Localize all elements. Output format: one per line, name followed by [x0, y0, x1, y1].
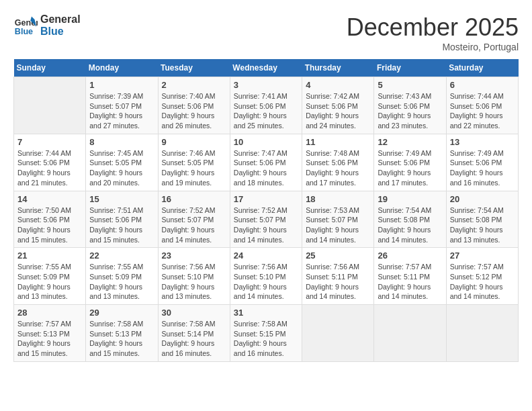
- calendar-cell: 12Sunrise: 7:49 AMSunset: 5:06 PMDayligh…: [374, 134, 446, 191]
- day-number: 11: [306, 137, 370, 147]
- weekday-header-row: SundayMondayTuesdayWednesdayThursdayFrid…: [14, 59, 519, 77]
- calendar-week-row: 28Sunrise: 7:57 AMSunset: 5:13 PMDayligh…: [14, 305, 519, 362]
- calendar-cell: 30Sunrise: 7:58 AMSunset: 5:14 PMDayligh…: [158, 305, 230, 362]
- day-number: 4: [306, 80, 370, 90]
- day-number: 28: [17, 308, 82, 318]
- day-info: Sunrise: 7:52 AMSunset: 5:07 PMDaylight:…: [234, 205, 298, 245]
- day-number: 16: [162, 194, 226, 204]
- weekday-header-cell: Thursday: [302, 59, 374, 77]
- day-number: 14: [17, 194, 82, 204]
- location-subtitle: Mosteiro, Portugal: [347, 42, 519, 52]
- day-info: Sunrise: 7:54 AMSunset: 5:08 PMDaylight:…: [378, 205, 442, 245]
- day-info: Sunrise: 7:55 AMSunset: 5:09 PMDaylight:…: [89, 262, 154, 302]
- svg-text:Blue: Blue: [15, 27, 33, 36]
- calendar-cell: [446, 305, 518, 362]
- day-info: Sunrise: 7:44 AMSunset: 5:06 PMDaylight:…: [450, 91, 515, 131]
- day-info: Sunrise: 7:39 AMSunset: 5:07 PMDaylight:…: [89, 91, 154, 131]
- calendar-cell: 20Sunrise: 7:54 AMSunset: 5:08 PMDayligh…: [446, 191, 518, 248]
- calendar-cell: 25Sunrise: 7:56 AMSunset: 5:11 PMDayligh…: [302, 248, 374, 305]
- calendar-cell: 9Sunrise: 7:46 AMSunset: 5:05 PMDaylight…: [158, 134, 230, 191]
- day-info: Sunrise: 7:53 AMSunset: 5:07 PMDaylight:…: [306, 205, 370, 245]
- calendar-cell: 13Sunrise: 7:49 AMSunset: 5:06 PMDayligh…: [446, 134, 518, 191]
- day-info: Sunrise: 7:48 AMSunset: 5:06 PMDaylight:…: [306, 148, 370, 188]
- day-info: Sunrise: 7:57 AMSunset: 5:13 PMDaylight:…: [17, 319, 82, 359]
- day-number: 5: [378, 80, 442, 90]
- day-number: 7: [17, 137, 82, 147]
- day-number: 15: [89, 194, 154, 204]
- calendar-cell: 1Sunrise: 7:39 AMSunset: 5:07 PMDaylight…: [86, 77, 158, 134]
- weekday-header-cell: Wednesday: [230, 59, 302, 77]
- day-number: 8: [89, 137, 154, 147]
- day-info: Sunrise: 7:56 AMSunset: 5:10 PMDaylight:…: [234, 262, 298, 302]
- day-info: Sunrise: 7:44 AMSunset: 5:06 PMDaylight:…: [17, 148, 82, 188]
- day-number: 23: [162, 250, 226, 261]
- day-info: Sunrise: 7:58 AMSunset: 5:15 PMDaylight:…: [234, 319, 298, 359]
- day-number: 10: [234, 137, 298, 147]
- logo-general: General: [40, 13, 81, 26]
- day-info: Sunrise: 7:55 AMSunset: 5:09 PMDaylight:…: [17, 262, 82, 302]
- day-info: Sunrise: 7:58 AMSunset: 5:13 PMDaylight:…: [89, 319, 154, 359]
- calendar-cell: 2Sunrise: 7:40 AMSunset: 5:06 PMDaylight…: [158, 77, 230, 134]
- day-number: 18: [306, 194, 370, 204]
- calendar-cell: 19Sunrise: 7:54 AMSunset: 5:08 PMDayligh…: [374, 191, 446, 248]
- calendar-cell: 14Sunrise: 7:50 AMSunset: 5:06 PMDayligh…: [14, 191, 86, 248]
- title-block: December 2025 Mosteiro, Portugal: [347, 13, 519, 52]
- calendar-cell: 4Sunrise: 7:42 AMSunset: 5:06 PMDaylight…: [302, 77, 374, 134]
- calendar-week-row: 7Sunrise: 7:44 AMSunset: 5:06 PMDaylight…: [14, 134, 519, 191]
- day-info: Sunrise: 7:54 AMSunset: 5:08 PMDaylight:…: [450, 205, 515, 245]
- day-info: Sunrise: 7:41 AMSunset: 5:06 PMDaylight:…: [234, 91, 298, 131]
- calendar-cell: 7Sunrise: 7:44 AMSunset: 5:06 PMDaylight…: [14, 134, 86, 191]
- day-number: 12: [378, 137, 442, 147]
- calendar-cell: 28Sunrise: 7:57 AMSunset: 5:13 PMDayligh…: [14, 305, 86, 362]
- calendar-cell: 27Sunrise: 7:57 AMSunset: 5:12 PMDayligh…: [446, 248, 518, 305]
- calendar-cell: 23Sunrise: 7:56 AMSunset: 5:10 PMDayligh…: [158, 248, 230, 305]
- calendar-cell: 16Sunrise: 7:52 AMSunset: 5:07 PMDayligh…: [158, 191, 230, 248]
- logo: General Blue General Blue: [13, 13, 81, 38]
- calendar-week-row: 14Sunrise: 7:50 AMSunset: 5:06 PMDayligh…: [14, 191, 519, 248]
- calendar-cell: 5Sunrise: 7:43 AMSunset: 5:06 PMDaylight…: [374, 77, 446, 134]
- weekday-header-cell: Tuesday: [158, 59, 230, 77]
- day-info: Sunrise: 7:50 AMSunset: 5:06 PMDaylight:…: [17, 205, 82, 245]
- day-info: Sunrise: 7:51 AMSunset: 5:06 PMDaylight:…: [89, 205, 154, 245]
- calendar-cell: 11Sunrise: 7:48 AMSunset: 5:06 PMDayligh…: [302, 134, 374, 191]
- day-info: Sunrise: 7:42 AMSunset: 5:06 PMDaylight:…: [306, 91, 370, 131]
- day-info: Sunrise: 7:49 AMSunset: 5:06 PMDaylight:…: [378, 148, 442, 188]
- calendar-cell: [374, 305, 446, 362]
- day-number: 20: [450, 194, 515, 204]
- calendar-table: SundayMondayTuesdayWednesdayThursdayFrid…: [13, 59, 519, 362]
- day-info: Sunrise: 7:56 AMSunset: 5:11 PMDaylight:…: [306, 262, 370, 302]
- calendar-cell: 3Sunrise: 7:41 AMSunset: 5:06 PMDaylight…: [230, 77, 302, 134]
- calendar-cell: 29Sunrise: 7:58 AMSunset: 5:13 PMDayligh…: [86, 305, 158, 362]
- calendar-cell: 17Sunrise: 7:52 AMSunset: 5:07 PMDayligh…: [230, 191, 302, 248]
- day-number: 1: [89, 80, 154, 90]
- calendar-cell: 22Sunrise: 7:55 AMSunset: 5:09 PMDayligh…: [86, 248, 158, 305]
- logo-blue: Blue: [40, 26, 81, 38]
- weekday-header-cell: Saturday: [446, 59, 518, 77]
- day-info: Sunrise: 7:43 AMSunset: 5:06 PMDaylight:…: [378, 91, 442, 131]
- day-number: 24: [234, 250, 298, 261]
- calendar-cell: 18Sunrise: 7:53 AMSunset: 5:07 PMDayligh…: [302, 191, 374, 248]
- calendar-cell: 21Sunrise: 7:55 AMSunset: 5:09 PMDayligh…: [14, 248, 86, 305]
- calendar-body: 1Sunrise: 7:39 AMSunset: 5:07 PMDaylight…: [14, 77, 519, 362]
- day-number: 19: [378, 194, 442, 204]
- month-title: December 2025: [347, 13, 519, 42]
- calendar-cell: [302, 305, 374, 362]
- day-info: Sunrise: 7:57 AMSunset: 5:12 PMDaylight:…: [450, 262, 515, 302]
- day-number: 3: [234, 80, 298, 90]
- calendar-cell: [14, 77, 86, 134]
- day-info: Sunrise: 7:57 AMSunset: 5:11 PMDaylight:…: [378, 262, 442, 302]
- day-number: 2: [162, 80, 226, 90]
- day-info: Sunrise: 7:40 AMSunset: 5:06 PMDaylight:…: [162, 91, 226, 131]
- day-number: 27: [450, 250, 515, 261]
- day-number: 30: [162, 308, 226, 318]
- calendar-cell: 31Sunrise: 7:58 AMSunset: 5:15 PMDayligh…: [230, 305, 302, 362]
- calendar-cell: 24Sunrise: 7:56 AMSunset: 5:10 PMDayligh…: [230, 248, 302, 305]
- calendar-cell: 10Sunrise: 7:47 AMSunset: 5:06 PMDayligh…: [230, 134, 302, 191]
- day-number: 31: [234, 308, 298, 318]
- day-number: 21: [17, 250, 82, 261]
- weekday-header-cell: Friday: [374, 59, 446, 77]
- day-number: 26: [378, 250, 442, 261]
- day-number: 9: [162, 137, 226, 147]
- weekday-header-cell: Monday: [86, 59, 158, 77]
- calendar-cell: 15Sunrise: 7:51 AMSunset: 5:06 PMDayligh…: [86, 191, 158, 248]
